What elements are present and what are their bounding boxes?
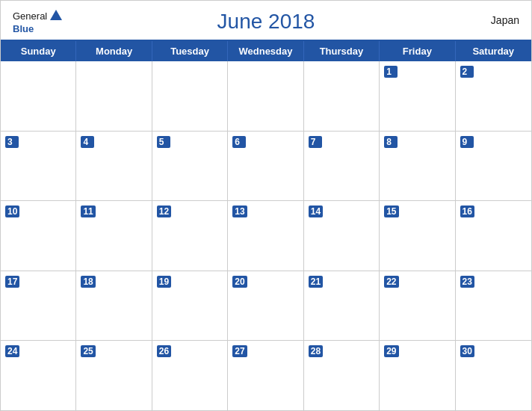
calendar-header: General Blue June 2018 Japan <box>1 1 531 40</box>
date-number-16: 16 <box>460 206 474 217</box>
day-header-wednesday: Wednesday <box>228 41 303 61</box>
date-number-20: 20 <box>232 276 247 288</box>
week-row-2: 3456789 <box>1 132 531 202</box>
date-number-5: 5 <box>157 136 170 148</box>
day-cell-week4-day4: 20 <box>228 271 303 341</box>
date-number-26: 26 <box>157 345 171 357</box>
day-cell-week1-day2 <box>76 61 152 131</box>
day-cell-week3-day7: 16 <box>456 201 531 271</box>
day-cell-week2-day2: 4 <box>76 132 152 201</box>
day-cell-week2-day3: 5 <box>152 132 228 201</box>
date-number-27: 27 <box>232 345 247 357</box>
date-number-29: 29 <box>384 345 398 357</box>
date-number-30: 30 <box>460 345 474 357</box>
date-number-23: 23 <box>460 276 474 288</box>
day-cell-week1-day7: 2 <box>456 61 531 131</box>
date-number-7: 7 <box>309 136 322 148</box>
day-cell-week2-day7: 9 <box>456 132 531 201</box>
day-cell-week2-day1: 3 <box>1 132 76 201</box>
date-number-22: 22 <box>384 276 398 288</box>
day-cell-week3-day4: 13 <box>228 201 303 271</box>
day-cell-week5-day7: 30 <box>456 341 531 410</box>
date-number-15: 15 <box>384 206 398 217</box>
day-cell-week5-day3: 26 <box>152 341 228 410</box>
day-cell-week4-day5: 21 <box>304 271 380 341</box>
svg-marker-0 <box>50 10 62 20</box>
day-cell-week4-day1: 17 <box>1 271 76 341</box>
day-header-monday: Monday <box>76 41 152 61</box>
logo-icon <box>49 8 64 23</box>
day-cell-week1-day1 <box>1 61 76 131</box>
week-row-1: 12 <box>1 61 531 132</box>
day-cell-week3-day2: 11 <box>76 201 152 271</box>
day-cell-week1-day5 <box>304 61 380 131</box>
day-cell-week2-day6: 8 <box>380 132 455 201</box>
date-number-3: 3 <box>5 136 19 148</box>
date-number-17: 17 <box>5 276 19 288</box>
date-number-8: 8 <box>384 136 398 148</box>
date-number-4: 4 <box>81 136 94 148</box>
day-header-saturday: Saturday <box>456 41 531 61</box>
date-number-2: 2 <box>460 66 474 78</box>
week-row-5: 24252627282930 <box>1 341 531 410</box>
date-number-14: 14 <box>309 206 323 217</box>
week-row-3: 10111213141516 <box>1 201 531 271</box>
logo-general-text: General <box>13 10 47 22</box>
date-number-1: 1 <box>384 66 398 78</box>
day-header-sunday: Sunday <box>1 41 76 61</box>
day-header-thursday: Thursday <box>304 41 380 61</box>
day-cell-week2-day4: 6 <box>228 132 303 201</box>
day-cell-week4-day3: 19 <box>152 271 228 341</box>
date-number-19: 19 <box>157 276 171 288</box>
date-number-25: 25 <box>81 345 95 357</box>
day-cell-week4-day6: 22 <box>380 271 455 341</box>
date-number-11: 11 <box>81 206 95 217</box>
country-label: Japan <box>491 14 519 26</box>
day-cell-week3-day6: 15 <box>380 201 455 271</box>
day-cell-week4-day2: 18 <box>76 271 152 341</box>
calendar-grid: Sunday Monday Tuesday Wednesday Thursday… <box>1 40 531 410</box>
date-number-24: 24 <box>5 345 19 357</box>
date-number-6: 6 <box>232 136 246 148</box>
day-cell-week5-day5: 28 <box>304 341 380 410</box>
date-number-18: 18 <box>81 276 95 288</box>
logo-blue-text: Blue <box>13 23 34 34</box>
week-row-4: 17181920212223 <box>1 271 531 342</box>
day-cell-week3-day5: 14 <box>304 201 380 271</box>
day-cell-week5-day2: 25 <box>76 341 152 410</box>
date-number-28: 28 <box>309 345 323 357</box>
day-cell-week5-day6: 29 <box>380 341 455 410</box>
day-cell-week3-day1: 10 <box>1 201 76 271</box>
day-cell-week1-day6: 1 <box>380 61 455 131</box>
calendar-container: General Blue June 2018 Japan Sunday Mond… <box>0 0 532 411</box>
date-number-9: 9 <box>460 136 474 148</box>
day-cell-week5-day4: 27 <box>228 341 303 410</box>
logo-area: General Blue <box>13 8 64 34</box>
date-number-13: 13 <box>232 206 247 217</box>
date-number-21: 21 <box>309 276 323 288</box>
day-header-friday: Friday <box>380 41 455 61</box>
weeks-container: 1234567891011121314151617181920212223242… <box>1 61 531 410</box>
day-cell-week1-day3 <box>152 61 228 131</box>
day-cell-week2-day5: 7 <box>304 132 380 201</box>
day-cell-week4-day7: 23 <box>456 271 531 341</box>
day-cell-week5-day1: 24 <box>1 341 76 410</box>
day-header-tuesday: Tuesday <box>152 41 228 61</box>
day-cell-week3-day3: 12 <box>152 201 228 271</box>
date-number-12: 12 <box>157 206 171 217</box>
day-cell-week1-day4 <box>228 61 303 131</box>
date-number-10: 10 <box>5 206 19 217</box>
day-headers: Sunday Monday Tuesday Wednesday Thursday… <box>1 41 531 61</box>
calendar-title: June 2018 <box>217 10 315 34</box>
